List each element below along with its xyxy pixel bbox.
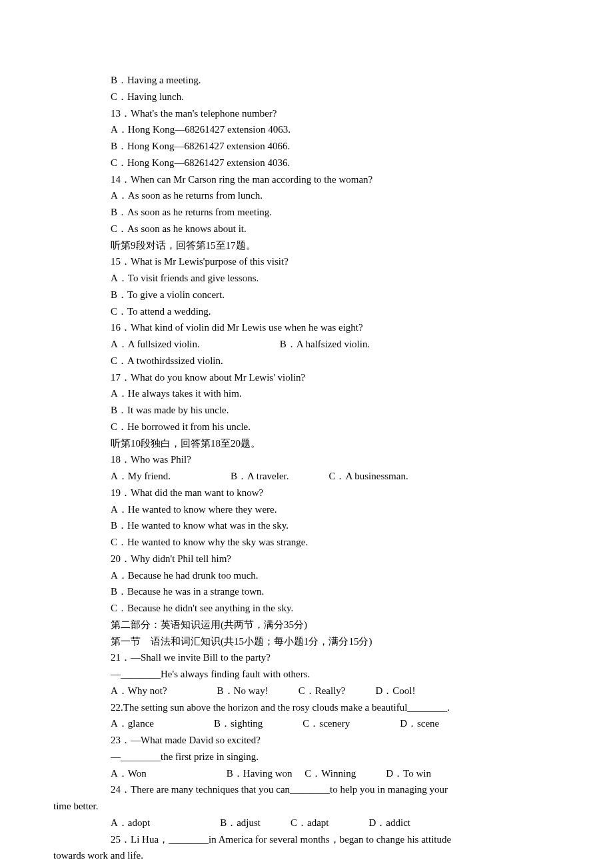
text-line: A．glance B．sighting C．scenery D．scene [53, 715, 560, 732]
text-line: 25．Li Hua，________in America for several… [53, 831, 560, 848]
text-line: B．Hong Kong—68261427 extension 4066. [53, 138, 560, 155]
text-line: 24．There are many techniques that you ca… [53, 781, 560, 798]
text-line: A．Why not? B．No way! C．Really? D．Cool! [53, 683, 560, 699]
text-line: 听第9段对话，回答第15至17题。 [53, 237, 560, 254]
text-line: A．My friend. B．A traveler. C．A businessm… [53, 468, 560, 485]
text-line: C．Having lunch. [53, 89, 560, 105]
text-line: C．Hong Kong—68261427 extension 4036. [53, 155, 560, 171]
text-line: 17．What do you know about Mr Lewis' viol… [53, 369, 560, 386]
text-line: 16．What kind of violin did Mr Lewis use … [53, 319, 560, 336]
text-line: A．He always takes it with him. [53, 385, 560, 402]
text-line: A．A full­sized violin. B．A half­sized vi… [53, 336, 560, 353]
text-line: time better. [53, 798, 560, 815]
text-line: B．It was made by his uncle. [53, 402, 560, 419]
text-line: 15．What is Mr Lewis'purpose of this visi… [53, 253, 560, 270]
text-line: A．As soon as he returns from lunch. [53, 187, 560, 204]
text-line: A．Hong Kong—68261427 extension 4063. [53, 121, 560, 138]
text-line: —________the first prize in singing. [53, 749, 560, 765]
text-line: 21．—Shall we invite Bill to the party? [53, 649, 560, 666]
text-line: A．study B．studied [53, 864, 560, 868]
text-line: A．adopt B．adjust C．adapt D．addict [53, 815, 560, 831]
text-line: B．To give a violin concert. [53, 287, 560, 303]
text-line: B．Having a meeting. [53, 72, 560, 89]
text-line: towards work and life. [53, 847, 560, 864]
text-line: 19．What did the man want to know? [53, 485, 560, 501]
text-line: 14．When can Mr Carson ring the man accor… [53, 171, 560, 188]
text-line: B．Because he was in a strange town. [53, 583, 560, 600]
text-line: 20．Why didn't Phil tell him? [53, 551, 560, 567]
text-line: 22.The setting sun above the horizon and… [53, 699, 560, 716]
text-line: 听第10段独白，回答第18至20题。 [53, 435, 560, 452]
text-line: B．He wanted to know what was in the sky. [53, 517, 560, 534]
text-line: A．Because he had drunk too much. [53, 567, 560, 584]
text-line: A．He wanted to know where they were. [53, 501, 560, 518]
text-line: C．He borrowed it from his uncle. [53, 419, 560, 435]
text-line: A．Won B．Having won C．Winning D．To win [53, 765, 560, 782]
text-line: 13．What's the man's telephone number? [53, 105, 560, 122]
text-line: C．As soon as he knows about it. [53, 221, 560, 237]
text-line: C．A two­thirds­sized violin. [53, 353, 560, 369]
text-line: C．Because he didn't see anything in the … [53, 600, 560, 617]
text-line: 18．Who was Phil? [53, 451, 560, 468]
text-line: 第一节 语法和词汇知识(共15小题；每小题1分，满分15分) [53, 633, 560, 650]
document-body: B．Having a meeting.C．Having lunch.13．Wha… [53, 72, 560, 868]
text-line: C．To attend a wedding. [53, 303, 560, 320]
text-line: B．As soon as he returns from meeting. [53, 204, 560, 221]
text-line: 23．—What made David so excited? [53, 732, 560, 749]
text-line: 第二部分：英语知识运用(共两节，满分35分) [53, 617, 560, 633]
text-line: C．He wanted to know why the sky was stra… [53, 534, 560, 551]
text-line: —________He's always finding fault with … [53, 666, 560, 683]
text-line: A．To visit friends and give lessons. [53, 270, 560, 287]
